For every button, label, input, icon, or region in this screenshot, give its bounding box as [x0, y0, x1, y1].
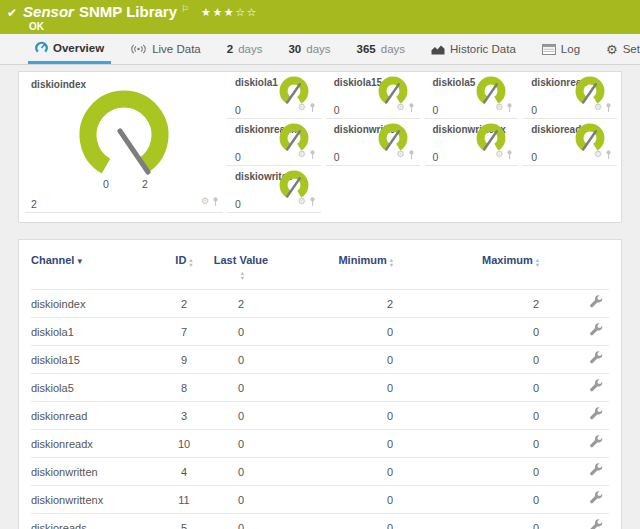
cell-id: 5 [155, 514, 213, 529]
gauge-tile-diskionreadx[interactable]: diskionreadx 0 ⚙ [227, 119, 321, 166]
table-row[interactable]: diskiola5 8 0 0 0 [31, 374, 609, 402]
sort-icon: ▴▾ [536, 258, 539, 267]
tab-settings[interactable]: ⚙ Settings [599, 34, 640, 64]
gauge-footer: 0 ⚙ [531, 145, 612, 163]
gauge-tile-diskiola15[interactable]: diskiola15 0 ⚙ [326, 72, 420, 119]
gauge-tile-diskiowrites[interactable]: diskiowrites 0 ⚙ [227, 166, 321, 213]
gauge-settings-gear-icon[interactable]: ⚙ [495, 103, 503, 112]
pin-icon[interactable] [309, 192, 316, 210]
broadcast-icon [130, 43, 147, 55]
flag-icon[interactable]: ⚐ [181, 1, 189, 18]
pin-icon[interactable] [605, 98, 612, 116]
cell-minimum: 0 [269, 402, 393, 430]
gauge-settings-gear-icon[interactable]: ⚙ [495, 150, 503, 159]
column-header-maximum[interactable]: Maximum▴▾ [393, 240, 539, 290]
channel-settings-wrench-icon[interactable] [588, 323, 603, 338]
tab-365-days[interactable]: 365 days [350, 34, 412, 64]
priority-stars[interactable]: ★★★☆☆ [201, 4, 258, 21]
cell-maximum: 0 [393, 318, 539, 346]
cell-channel: diskionwritten [31, 458, 155, 486]
table-row[interactable]: diskionwritten 4 0 0 0 [31, 458, 609, 486]
gauge-current-value: 0 [235, 198, 241, 210]
channel-settings-wrench-icon[interactable] [588, 519, 603, 529]
cell-channel: diskioreads [31, 514, 155, 529]
cell-maximum: 0 [393, 402, 539, 430]
table-row[interactable]: diskiola15 9 0 0 0 [31, 346, 609, 374]
gauge-settings-gear-icon[interactable]: ⚙ [396, 103, 404, 112]
cell-last-value: 0 [213, 318, 269, 346]
gauge-current-value: 2 [31, 198, 37, 210]
gauge-settings-gear-icon[interactable]: ⚙ [298, 150, 306, 159]
gauge-icon [35, 41, 48, 54]
gauge-tile-diskiola5[interactable]: diskiola5 0 ⚙ [425, 72, 519, 119]
gauge-tile-diskionwritten[interactable]: diskionwritten 0 ⚙ [326, 119, 420, 166]
channel-settings-wrench-icon[interactable] [588, 463, 603, 478]
pin-icon[interactable] [506, 98, 513, 116]
gauges-panel: diskioindex 0 2 2 ⚙ diskiola1 0 ⚙ [18, 71, 622, 223]
table-row[interactable]: diskiola1 7 0 0 0 [31, 318, 609, 346]
cell-minimum: 0 [269, 346, 393, 374]
gauge-footer: 0 ⚙ [433, 145, 514, 163]
pin-icon[interactable] [309, 98, 316, 116]
gauge-footer-icons: ⚙ [396, 145, 414, 163]
channel-settings-wrench-icon[interactable] [588, 491, 603, 506]
tab-overview[interactable]: Overview [28, 34, 111, 64]
channel-settings-wrench-icon[interactable] [588, 351, 603, 366]
cell-last-value: 0 [213, 430, 269, 458]
cell-last-value: 0 [213, 514, 269, 529]
table-row[interactable]: diskioindex 2 2 2 2 [31, 290, 609, 318]
channel-settings-wrench-icon[interactable] [588, 435, 603, 450]
cell-last-value: 0 [213, 402, 269, 430]
gauge-tile-diskiola1[interactable]: diskiola1 0 ⚙ [227, 72, 321, 119]
column-header-minimum[interactable]: Minimum▴▾ [269, 240, 393, 290]
cell-channel: diskionwrittenx [31, 486, 155, 514]
gauge-footer: 0 ⚙ [531, 98, 612, 116]
pin-icon[interactable] [605, 145, 612, 163]
gauge-settings-gear-icon[interactable]: ⚙ [201, 197, 209, 206]
cell-minimum: 0 [269, 318, 393, 346]
gauge-footer: 0 ⚙ [235, 145, 316, 163]
gauge-settings-gear-icon[interactable]: ⚙ [298, 103, 306, 112]
table-row[interactable]: diskionreadx 10 0 0 0 [31, 430, 609, 458]
log-list-icon [542, 44, 556, 55]
channel-settings-wrench-icon[interactable] [588, 407, 603, 422]
gauge-tile-diskioindex[interactable]: diskioindex 0 2 2 ⚙ [25, 72, 223, 213]
cell-last-value: 0 [213, 458, 269, 486]
tab-30-days[interactable]: 30 days [281, 34, 337, 64]
gauge-settings-gear-icon[interactable]: ⚙ [594, 150, 602, 159]
pin-icon[interactable] [309, 145, 316, 163]
table-header-row: Channel▾ ID▴▾ Last Value▴▾ Minimum▴▾ Max… [31, 240, 609, 290]
channel-settings-wrench-icon[interactable] [588, 379, 603, 394]
cell-minimum: 0 [269, 374, 393, 402]
channel-settings-wrench-icon[interactable] [588, 295, 603, 310]
column-header-channel[interactable]: Channel▾ [31, 240, 155, 290]
tab-2-days[interactable]: 2 days [220, 34, 270, 64]
cell-id: 11 [155, 486, 213, 514]
gauge-dial: 0 2 [58, 88, 190, 190]
table-row[interactable]: diskionread 3 0 0 0 [31, 402, 609, 430]
gauge-footer: 2 ⚙ [31, 192, 219, 210]
gauge-settings-gear-icon[interactable]: ⚙ [594, 103, 602, 112]
gauge-tile-diskioreads[interactable]: diskioreads 0 ⚙ [523, 119, 617, 166]
tab-live-data[interactable]: Live Data [123, 34, 208, 64]
gauge-tile-diskionread[interactable]: diskionread 0 ⚙ [523, 72, 617, 119]
sort-icon: ▴▾ [390, 258, 393, 267]
gauge-tile-diskionwrittenx[interactable]: diskionwrittenx 0 ⚙ [425, 119, 519, 166]
table-row[interactable]: diskionwrittenx 11 0 0 0 [31, 486, 609, 514]
pin-icon[interactable] [408, 145, 415, 163]
tab-log[interactable]: Log [535, 34, 587, 64]
column-header-actions [539, 240, 609, 290]
column-header-last-value[interactable]: Last Value▴▾ [213, 240, 269, 290]
sensor-header: ✔ Sensor SNMP Library ⚐ ★★★☆☆ OK [0, 0, 640, 34]
pin-icon[interactable] [408, 98, 415, 116]
sensor-status: OK [0, 21, 640, 32]
gauge-settings-gear-icon[interactable]: ⚙ [396, 150, 404, 159]
column-header-id[interactable]: ID▴▾ [155, 240, 213, 290]
pin-icon[interactable] [212, 192, 219, 210]
tab-historic-data[interactable]: Historic Data [424, 34, 523, 64]
gauge-settings-gear-icon[interactable]: ⚙ [298, 197, 306, 206]
pin-icon[interactable] [506, 145, 513, 163]
cell-channel: diskiola15 [31, 346, 155, 374]
gauge-footer-icons: ⚙ [495, 145, 513, 163]
table-row[interactable]: diskioreads 5 0 0 0 [31, 514, 609, 529]
